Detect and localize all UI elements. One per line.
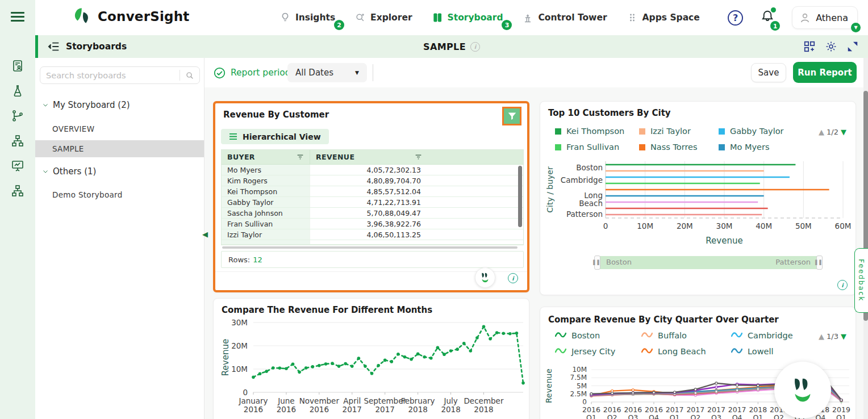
chart-legend: Kei ThompsonIzzi TaylorGabby TaylorFran … — [555, 127, 815, 152]
svg-text:Revenue: Revenue — [220, 339, 231, 376]
table-vertical-scrollbar[interactable] — [518, 166, 522, 227]
table-row[interactable]: Kim Rogers4,80,89,704.70 — [222, 175, 523, 186]
svg-text:2016: 2016 — [582, 405, 600, 414]
svg-text:2017: 2017 — [686, 405, 704, 414]
sidebar-collapse-icon[interactable]: ◀ — [202, 230, 208, 238]
revenue-cell: 5,70,88,049.47 — [310, 208, 428, 218]
nav-apps-space[interactable]: Apps Space — [627, 12, 700, 23]
legend-pager: ▲ 1/3 ▼ — [819, 332, 846, 341]
rows-count-value: 12 — [253, 255, 262, 264]
column-filter-icon[interactable] — [415, 153, 422, 161]
notifications-bell-icon[interactable]: 1 — [760, 9, 775, 26]
sidebar-group-others[interactable]: Others (1) — [35, 166, 204, 177]
table-row[interactable]: Mo Myers4,05,72,302.13 — [222, 165, 523, 175]
slider-right-handle[interactable]: ▌▌ — [816, 255, 823, 270]
svg-text:2017: 2017 — [375, 405, 395, 414]
table-row[interactable]: Fran Sullivan3,96,38,922.76 — [222, 219, 523, 229]
svg-text:Cambridge: Cambridge — [561, 175, 603, 185]
column-header-revenue[interactable]: REVENUE — [310, 150, 428, 164]
storyboards-sidebar: My Storyboard (2) OVERVIEW SAMPLE Others… — [35, 58, 205, 419]
nav-insights[interactable]: Insights 2 — [279, 12, 335, 23]
apps-grid-icon — [627, 12, 638, 23]
sidebar-item-sample[interactable]: SAMPLE — [35, 140, 204, 157]
legend-item[interactable]: Izzi Taylor — [639, 127, 719, 136]
legend-item[interactable]: Buffalo — [641, 331, 731, 340]
legend-page-down-icon[interactable]: ▼ — [841, 332, 846, 341]
sitemap-icon[interactable] — [11, 134, 24, 148]
person-icon — [798, 11, 812, 24]
legend-item[interactable]: Fran Sullivan — [555, 143, 639, 152]
chart-legend: BostonBuffaloCambridgeJersey CityLong Be… — [555, 331, 822, 356]
run-report-button[interactable]: Run Report — [793, 62, 857, 83]
save-button[interactable]: Save — [751, 63, 786, 82]
nav-control-tower[interactable]: Control Tower — [522, 12, 607, 23]
legend-item[interactable]: Cambridge — [731, 331, 822, 340]
rows-count-footer: Rows: 12 — [221, 251, 524, 268]
legend-item[interactable]: Mo Myers — [719, 143, 815, 152]
conversight-logo[interactable]: ConverSight — [74, 7, 189, 26]
table-row[interactable]: Izzi Taylor4,06,50,113.25 — [222, 229, 523, 240]
legend-page-up-icon[interactable]: ▲ — [819, 128, 824, 136]
svg-text:2019: 2019 — [832, 405, 850, 414]
page-info-icon[interactable]: i — [470, 42, 480, 52]
svg-text:2016: 2016 — [277, 405, 296, 414]
widget-info-icon[interactable]: i — [508, 273, 518, 283]
report-period-toggle[interactable]: Report period — [214, 58, 291, 87]
column-filter-icon[interactable] — [297, 153, 304, 161]
feedback-tab[interactable]: Feedback — [854, 248, 868, 313]
svg-text:Patterson: Patterson — [566, 210, 603, 219]
legend-item[interactable]: Kei Thompson — [555, 127, 639, 136]
user-menu[interactable]: Athena ▼ — [792, 6, 858, 29]
svg-text:City / buyer: City / buyer — [545, 166, 554, 213]
revenue-cell: 4,71,22,713.91 — [310, 197, 428, 207]
hierarchical-view-button[interactable]: Hierarchical View — [221, 129, 329, 144]
legend-item[interactable]: Jersey City — [555, 347, 641, 356]
table-horizontal-scrollbar[interactable] — [222, 246, 518, 249]
expand-icon[interactable] — [846, 40, 859, 53]
sidebar-item-overview[interactable]: OVERVIEW — [35, 120, 204, 137]
top-right-controls: ? 1 Athena ▼ — [728, 0, 858, 35]
flask-icon[interactable] — [11, 84, 24, 98]
page-scrollbar[interactable] — [863, 58, 868, 419]
hamburger-menu-icon[interactable] — [11, 12, 24, 22]
slider-left-handle[interactable]: ▌▌ — [594, 255, 600, 270]
table-row[interactable]: Gabby Taylor4,71,22,713.91 — [222, 197, 523, 208]
athena-floating-button[interactable] — [774, 362, 831, 418]
legend-page-up-icon[interactable]: ▲ — [819, 332, 824, 341]
search-icon[interactable] — [185, 71, 194, 80]
svg-text:Q2: Q2 — [690, 413, 700, 419]
legend-item[interactable]: Nass Torres — [639, 143, 719, 152]
legend-item[interactable]: Lowell — [731, 347, 822, 356]
svg-text:Q4: Q4 — [732, 413, 742, 419]
column-header-buyer[interactable]: BUYER — [222, 150, 310, 164]
document-user-icon[interactable] — [11, 59, 24, 73]
svg-text:Q4: Q4 — [649, 413, 659, 419]
presentation-chart-icon[interactable] — [11, 159, 24, 173]
legend-item[interactable]: Boston — [555, 331, 641, 340]
nav-explorer[interactable]: Explorer — [354, 12, 412, 23]
sidebar-item-demo-storyboard[interactable]: Demo Storyboard — [35, 186, 204, 203]
insights-badge: 2 — [334, 20, 344, 30]
table-row[interactable]: Sascha Johnson5,70,88,049.47 — [222, 208, 523, 219]
filter-funnel-button[interactable] — [502, 107, 521, 125]
legend-page-down-icon[interactable]: ▼ — [841, 128, 846, 136]
add-widget-icon[interactable] — [803, 40, 816, 53]
legend-item[interactable]: Gabby Taylor — [719, 127, 815, 136]
branch-icon[interactable] — [11, 109, 24, 123]
table-row[interactable]: Kei Thompson4,85,57,512.04 — [222, 186, 523, 197]
org-chart-icon[interactable] — [11, 184, 24, 198]
legend-pager: ▲ 1/2 ▼ — [819, 128, 846, 136]
date-filter-dropdown[interactable]: All Dates ▼ — [287, 63, 367, 82]
buyer-cell: Mo Myers — [222, 165, 310, 175]
legend-item[interactable]: Long Beach — [641, 347, 731, 356]
athena-assistant-button[interactable] — [475, 267, 495, 288]
help-icon[interactable]: ? — [728, 10, 743, 26]
widget-info-icon[interactable]: i — [837, 280, 848, 290]
sidebar-group-my-storyboard[interactable]: My Storyboard (2) — [35, 100, 204, 110]
page-title: SAMPLE — [423, 41, 466, 52]
svg-text:2017: 2017 — [343, 405, 362, 414]
gear-icon[interactable] — [825, 40, 837, 53]
search-input[interactable] — [40, 71, 180, 80]
svg-text:Q1: Q1 — [670, 413, 680, 419]
nav-storyboard[interactable]: Storyboard 3 — [432, 12, 503, 23]
